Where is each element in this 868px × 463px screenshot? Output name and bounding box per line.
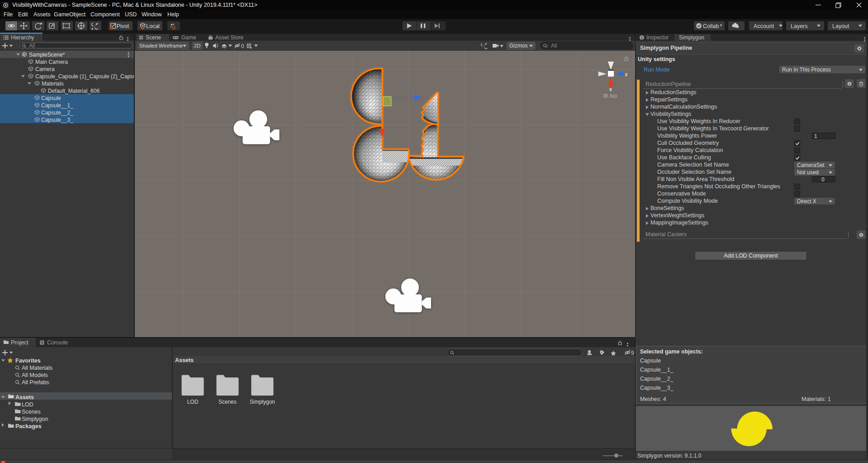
svg-text:9: 9 <box>631 350 634 356</box>
svg-text:Local: Local <box>146 23 160 29</box>
svg-text:Capsule: Capsule <box>41 95 61 101</box>
svg-text:Scenes: Scenes <box>218 399 237 405</box>
svg-text:Capsule_Capsule (1)_Capsule (2: Capsule_Capsule (1)_Capsule (2)_Capsu <box>35 73 134 80</box>
svg-text:Capsule__2_: Capsule__2_ <box>41 110 73 116</box>
svg-text:Capsule__1_: Capsule__1_ <box>41 102 73 109</box>
svg-text:Camera: Camera <box>35 66 55 72</box>
svg-text:Iso: Iso <box>610 93 617 99</box>
svg-text:SampleScene*: SampleScene* <box>29 52 65 58</box>
svg-text:z: z <box>625 72 627 77</box>
svg-text:0: 0 <box>241 43 244 49</box>
svg-text:Assets: Assets <box>15 394 34 401</box>
svg-text:All Materials: All Materials <box>22 365 52 371</box>
svg-text:Favorites: Favorites <box>15 358 41 364</box>
svg-text:Simplygon: Simplygon <box>22 416 48 422</box>
svg-text:LOD: LOD <box>187 399 199 405</box>
svg-text:All Prefabs: All Prefabs <box>22 379 49 386</box>
svg-text:Account: Account <box>754 23 774 29</box>
svg-text:Main Camera: Main Camera <box>35 59 68 65</box>
svg-text:Capsule__3_: Capsule__3_ <box>41 117 73 123</box>
svg-text:All Models: All Models <box>22 372 48 378</box>
svg-text:x: x <box>609 86 612 92</box>
svg-text:LOD: LOD <box>22 401 33 408</box>
svg-text:Simplygon: Simplygon <box>250 399 275 405</box>
svg-text:Layers: Layers <box>791 23 808 29</box>
svg-text:Collab: Collab <box>703 23 719 29</box>
svg-text:Packages: Packages <box>15 423 42 430</box>
svg-text:Default_Material_606: Default_Material_606 <box>48 88 100 94</box>
svg-text:Layout: Layout <box>832 23 849 29</box>
svg-text:Scenes: Scenes <box>22 409 41 415</box>
svg-text:Pivot: Pivot <box>116 23 129 29</box>
svg-text:Materials: Materials <box>42 81 64 87</box>
